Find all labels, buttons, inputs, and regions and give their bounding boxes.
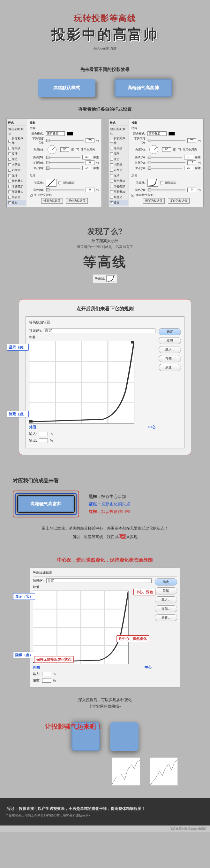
footer: 后记 ：投影直接可以产生透视效果，不再是单纯的虚化平移，提高整体精细程度！ * … bbox=[0, 798, 210, 826]
section-2-title: 再看看他们各自的样式设置 bbox=[0, 106, 210, 112]
reset-default-button[interactable]: 复位为默认值 bbox=[66, 198, 88, 204]
contour-inline-preview: 等高线: bbox=[93, 274, 117, 283]
watermark: 飞天资源论坛 @Julien朱璘讲 bbox=[0, 826, 210, 832]
demo-button-rich[interactable]: 高端骚气高富帅 bbox=[114, 79, 172, 97]
contour-editor-wrap: 点开后我们来看下它的规则 等高线编辑器 预设(P):自定 映射 显示（实） 隐藏… bbox=[19, 299, 191, 455]
contour-editor-annotated: 等高线编辑器 预设(P):自定 映射 显示（实） 隐藏（虚） 中心、深色 近中心… bbox=[30, 567, 180, 687]
legend: 黑框：投影中心暗部 蓝框：投影虚化消失点 红框：默认投影作用框 bbox=[89, 493, 130, 515]
svg-rect-7 bbox=[29, 420, 33, 423]
panel-body-left: 投影 结构 混合模式:正片叠底 不透明度(O):75% 角度(A):90度使用全… bbox=[27, 119, 102, 207]
save-button[interactable]: 存储... bbox=[159, 355, 181, 362]
result-swatch-row bbox=[0, 722, 210, 751]
contour-editor-dialog: 等高线编辑器 预设(P):自定 映射 显示（实） 隐藏（虚） 外围 bbox=[26, 316, 184, 448]
red-summary: 中心深，进而骤然虚化，保持虚化状态至外围 bbox=[0, 557, 210, 563]
cta-text: 让投影骚气起来吧！ bbox=[32, 722, 102, 731]
layer-style-panels: 样式 混合选项:默认 斜面和浮雕 等高线 纹理 描边 内阴影 内发光 光泽 颜色… bbox=[0, 119, 210, 207]
demo-button-flat[interactable]: 屌丝默认样式 bbox=[38, 79, 96, 97]
layer-style-panel-left: 样式 混合选项:默认 斜面和浮雕 等高线 纹理 描边 内阴影 内发光 光泽 颜色… bbox=[6, 119, 102, 207]
dialog-title: 等高线编辑器 bbox=[29, 320, 50, 325]
hero-pretitle: 玩转投影等高线 bbox=[0, 13, 210, 24]
found-it-section: 发现了么? 除了距离大小外 最关键的一个区别就是，高富帅有了 等高线 等高线: bbox=[0, 207, 210, 289]
style-list-left: 样式 混合选项:默认 斜面和浮雕 等高线 纹理 描边 内阴影 内发光 光泽 颜色… bbox=[7, 119, 27, 207]
set-default-button[interactable]: 设置为默认值 bbox=[41, 198, 63, 204]
section-1-title: 先来看看不同的投影效果 bbox=[0, 67, 210, 72]
tag-hide: 隐藏（虚） bbox=[7, 411, 29, 417]
contour-thumb-variant-b bbox=[150, 757, 178, 785]
hero-title: 投影中的高富帅 bbox=[0, 25, 210, 44]
demo-button-row: 屌丝默认样式 高端骚气高富帅 bbox=[0, 79, 210, 97]
opacity-slider[interactable] bbox=[46, 140, 83, 141]
style-list-right: 样式 混合选项:默认 斜面和浮雕 等高线 纹理 描边 内阴影 内发光 光泽 颜色… bbox=[108, 119, 129, 207]
contour-curve-canvas-2[interactable] bbox=[33, 591, 129, 664]
svg-rect-6 bbox=[131, 341, 134, 344]
blend-mode-select[interactable]: 正片叠底 bbox=[46, 131, 65, 136]
new-button[interactable]: 新建... bbox=[159, 364, 181, 371]
demo-button-annotated[interactable]: 高端骚气高富帅 bbox=[17, 495, 75, 513]
contour-thumb-j[interactable] bbox=[147, 179, 158, 187]
angle-dial[interactable] bbox=[47, 145, 57, 154]
contour-thumb-variant-a bbox=[112, 757, 140, 785]
hero: 玩转投影等高线 投影中的高富帅 @Julien朱璘讲 bbox=[0, 0, 210, 57]
panel-body-right: 投影 结构 混合模式:正片叠底 不透明度(O):70% 角度(A):90度使用全… bbox=[129, 119, 203, 207]
preset-select[interactable]: 自定 bbox=[44, 329, 155, 333]
deep-note: 深入挖掘后，可以实现各种变化非常实用的效果哦~ bbox=[0, 697, 210, 709]
cancel-button[interactable]: 取消 bbox=[159, 337, 181, 344]
product-compare-section: 对应我们的成品来看 高端骚气高富帅 黑框：投影中心暗部 蓝框：投影虚化消失点 红… bbox=[0, 465, 210, 548]
color-swatch[interactable] bbox=[67, 132, 73, 135]
contour-thumb-linear[interactable] bbox=[46, 179, 57, 187]
hero-author: @Julien朱璘讲 bbox=[0, 46, 210, 51]
layer-style-panel-right: 样式 混合选项:默认 斜面和浮雕 等高线 纹理 描边 内阴影 内发光 光泽 颜色… bbox=[108, 119, 204, 207]
ok-button[interactable]: 确定 bbox=[159, 328, 181, 335]
load-button[interactable]: 载入... bbox=[159, 346, 181, 353]
editor-buttons: 确定 取消 载入... 存储... 新建... bbox=[159, 328, 181, 445]
contour-curve-canvas[interactable] bbox=[29, 341, 134, 424]
result-swatch-2 bbox=[110, 722, 139, 751]
tag-show: 显示（实） bbox=[7, 344, 29, 350]
